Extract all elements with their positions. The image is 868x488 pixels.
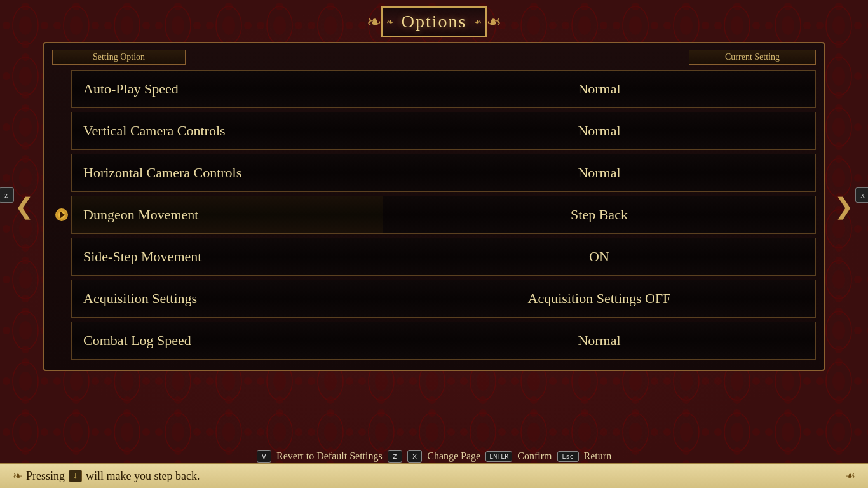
option-value-combat-log-speed: Normal bbox=[383, 322, 816, 360]
title-ornament-left: ❧ bbox=[367, 11, 381, 32]
option-name-horizontal-camera-controls: Horizontal Camera Controls bbox=[71, 154, 383, 192]
option-name-vertical-camera-controls: Vertical Camera Controls bbox=[71, 112, 383, 150]
status-icon-left: ❧ bbox=[13, 469, 22, 483]
esc-key-button[interactable]: Esc bbox=[557, 451, 579, 462]
z-button-left[interactable]: z bbox=[0, 187, 14, 203]
status-prefix: Pressing bbox=[26, 470, 65, 483]
left-nav-button[interactable]: ❮ bbox=[15, 195, 34, 218]
status-icon-right: ❧ bbox=[846, 469, 855, 483]
z-key-button[interactable]: z bbox=[388, 450, 402, 463]
option-row-horizontal-camera-controls[interactable]: Horizontal Camera ControlsNormal bbox=[52, 154, 816, 192]
column-headers: Setting Option Current Setting bbox=[52, 50, 816, 65]
option-value-acquisition-settings: Acquisition Settings OFF bbox=[383, 280, 816, 318]
enter-key-button[interactable]: ENTER bbox=[485, 451, 512, 462]
option-name-dungeon-movement: Dungeon Movement bbox=[71, 196, 383, 234]
v-key-button[interactable]: v bbox=[257, 450, 271, 463]
current-setting-header: Current Setting bbox=[689, 50, 816, 65]
settings-list: Auto-Play SpeedNormalVertical Camera Con… bbox=[52, 70, 816, 360]
panel-wrapper: z ❮ Setting Option Current Setting Auto-… bbox=[43, 42, 825, 371]
option-name-side-step-movement: Side-Step Movement bbox=[71, 238, 383, 276]
option-value-horizontal-camera-controls: Normal bbox=[383, 154, 816, 192]
option-value-dungeon-movement: Step Back bbox=[383, 196, 816, 234]
option-selector-dungeon-movement bbox=[52, 208, 71, 221]
change-page-label: Change Page bbox=[427, 451, 480, 462]
option-name-acquisition-settings: Acquisition Settings bbox=[71, 280, 383, 318]
revert-label: Revert to Default Settings bbox=[276, 451, 383, 462]
setting-option-header: Setting Option bbox=[52, 50, 186, 65]
option-row-vertical-camera-controls[interactable]: Vertical Camera ControlsNormal bbox=[52, 112, 816, 150]
bottom-controls: v Revert to Default Settings z x Change … bbox=[0, 450, 868, 463]
right-nav-button[interactable]: ❯ bbox=[834, 195, 853, 218]
x-key-button[interactable]: x bbox=[407, 450, 422, 463]
status-key-icon: ↓ bbox=[69, 470, 82, 482]
option-row-acquisition-settings[interactable]: Acquisition SettingsAcquisition Settings… bbox=[52, 280, 816, 318]
title-frame: Options bbox=[381, 6, 487, 37]
option-value-vertical-camera-controls: Normal bbox=[383, 112, 816, 150]
status-suffix: will make you step back. bbox=[86, 470, 200, 483]
title-ornament-right: ❧ bbox=[487, 11, 501, 32]
option-row-side-step-movement[interactable]: Side-Step MovementON bbox=[52, 238, 816, 276]
option-row-auto-play-speed[interactable]: Auto-Play SpeedNormal bbox=[52, 70, 816, 108]
main-container: ❧ Options ❧ z ❮ Setting Option Current S… bbox=[0, 0, 868, 488]
status-bar: ❧ Pressing ↓ will make you step back. ❧ bbox=[0, 463, 868, 488]
x-button-right[interactable]: x bbox=[855, 187, 869, 203]
selected-icon bbox=[55, 208, 68, 221]
option-value-side-step-movement: ON bbox=[383, 238, 816, 276]
return-label: Return bbox=[584, 451, 612, 462]
page-title: Options bbox=[402, 11, 467, 31]
option-row-dungeon-movement[interactable]: Dungeon MovementStep Back bbox=[52, 196, 816, 234]
confirm-label: Confirm bbox=[517, 451, 552, 462]
option-value-auto-play-speed: Normal bbox=[383, 70, 816, 108]
title-bar: ❧ Options ❧ bbox=[307, 6, 561, 37]
option-name-auto-play-speed: Auto-Play Speed bbox=[71, 70, 383, 108]
option-name-combat-log-speed: Combat Log Speed bbox=[71, 322, 383, 360]
option-row-combat-log-speed[interactable]: Combat Log SpeedNormal bbox=[52, 322, 816, 360]
options-panel: Setting Option Current Setting Auto-Play… bbox=[43, 42, 825, 371]
